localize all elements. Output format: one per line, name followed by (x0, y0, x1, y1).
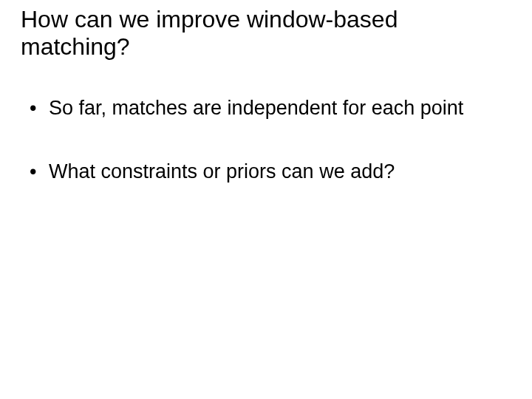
bullet-list: So far, matches are independent for each… (21, 96, 511, 184)
bullet-item: What constraints or priors can we add? (30, 160, 511, 183)
slide-title: How can we improve window-based matching… (21, 6, 511, 61)
bullet-item: So far, matches are independent for each… (30, 96, 511, 120)
slide-container: How can we improve window-based matching… (0, 0, 532, 399)
